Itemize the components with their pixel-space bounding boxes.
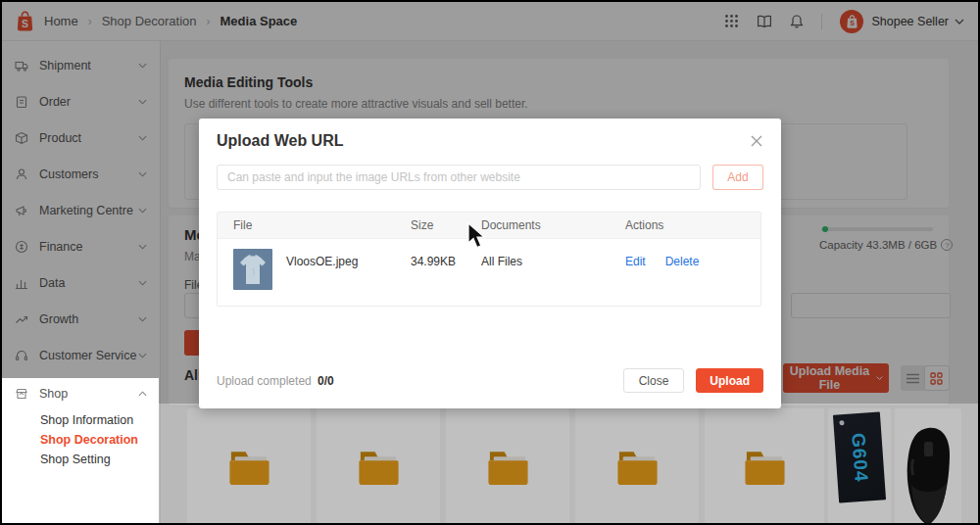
upload-status-count: 0/0 [318,374,334,388]
file-name: VloosOE.jpeg [286,255,358,268]
close-icon[interactable] [748,132,765,150]
modal-title: Upload Web URL [217,132,343,150]
file-documents: All Files [481,239,625,306]
sidebar-item-shop-setting[interactable]: Shop Setting [2,450,160,469]
file-size: 34.99KB [411,239,481,306]
table-row: VloosOE.jpeg 34.99KB All Files Edit Dele… [218,238,760,306]
web-url-input[interactable] [217,165,701,190]
chevron-up-icon [138,391,147,397]
modal-footer: Upload completed 0/0 Close Upload [217,368,763,393]
uploaded-files-table: File Size Documents Actions VloosOE [217,212,761,307]
url-input-row: Add [217,165,763,190]
modal-backdrop-light [159,404,978,523]
storefront-icon [15,387,29,402]
table-header-row: File Size Documents Actions [218,213,760,238]
column-header-size: Size [411,218,481,232]
add-button[interactable]: Add [712,165,763,190]
column-header-file: File [218,218,411,232]
seller-center-screen: S Home › Shop Decoration › Media Space [0,0,980,525]
close-button[interactable]: Close [623,368,685,393]
sidebar-item-shop[interactable]: Shop [2,379,160,408]
sidebar-item-label: Shop [39,387,68,401]
column-header-actions: Actions [625,218,760,232]
delete-link[interactable]: Delete [665,255,700,306]
upload-button[interactable]: Upload [696,368,763,393]
sidebar-item-shop-information[interactable]: Shop Information [2,410,160,430]
upload-web-url-modal: Upload Web URL Add File Size Documents A… [199,119,781,408]
upload-status-label: Upload completed [217,374,312,388]
shop-submenu: Shop Information Shop Decoration Shop Se… [2,408,160,473]
column-header-documents: Documents [481,218,625,232]
tshirt-thumbnail [233,249,272,290]
sidebar-item-shop-decoration[interactable]: Shop Decoration [2,430,160,450]
edit-link[interactable]: Edit [625,255,646,306]
